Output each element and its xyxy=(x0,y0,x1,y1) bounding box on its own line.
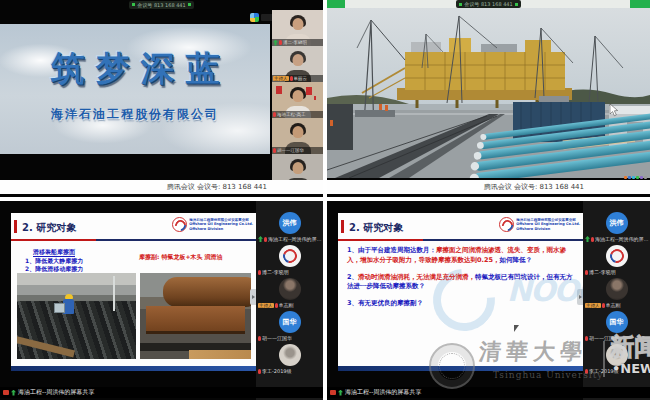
participant-row[interactable]: 国华 胡——江国华 xyxy=(256,310,323,343)
participant-name-label: 海油工程-高工 xyxy=(272,111,323,118)
video-subtitle-company: 海洋石油工程股份有限公司 xyxy=(0,106,270,123)
mouse-cursor xyxy=(514,325,519,332)
screen-share-icon xyxy=(11,390,16,396)
meeting-id-text: 会议号 813 168 441 xyxy=(137,2,185,8)
participant-panel: 洪伟 海油工程--周洪伟的屏… 博二-李晓明 主持人 xyxy=(256,201,323,400)
company-logo-icon xyxy=(172,217,187,232)
participant-name-label: 胡——江国华 xyxy=(585,334,649,342)
mic-muted-icon xyxy=(264,237,267,242)
mic-muted-icon xyxy=(258,270,261,275)
avatar: 洪伟 xyxy=(279,212,301,234)
title-accent-bar xyxy=(14,220,17,233)
host-badge: 主持人 xyxy=(258,303,274,308)
mic-muted-icon xyxy=(585,369,588,374)
participant-name-label: 主持人 单志刚 xyxy=(258,301,322,309)
avatar: 国华 xyxy=(279,311,301,333)
shared-slide: 2. 研究对象 海洋石油工程股份有限公司安装事业部 Offshore Oil E… xyxy=(11,213,256,371)
screen-share-icon xyxy=(258,236,263,242)
meeting-id-footer: 腾讯会议 会议号: 813 168 441 xyxy=(484,182,584,192)
meeting-bottom-bar: 腾讯会议 会议号: 813 168 441 xyxy=(0,180,323,194)
avatar xyxy=(279,344,301,366)
company-logo-block: 海洋石油工程股份有限公司安装事业部 Offshore Oil Engineeri… xyxy=(499,217,580,232)
avatar xyxy=(606,278,628,300)
slide-photos xyxy=(17,273,251,359)
worker-figure xyxy=(60,294,76,318)
bullet-item: 1、降低最大静摩擦力 xyxy=(25,257,83,265)
meeting-topbar: 会议号 813 168 441 xyxy=(327,0,650,8)
meeting-bottom-bar: 腾讯会议 会议号: 813 168 441 xyxy=(327,180,650,194)
participant-row[interactable]: 洪伟 海油工程--周洪伟的屏… xyxy=(256,211,323,244)
meeting-window-top-right: 会议号 813 168 441 xyxy=(327,0,650,197)
company-logo-block: 海洋石油工程股份有限公司安装事业部 Offshore Oil Engineeri… xyxy=(172,217,253,232)
participant-video[interactable]: 主持人 单丽云 xyxy=(272,46,323,82)
host-badge: 主持人 xyxy=(273,76,289,81)
header-divider xyxy=(11,239,256,241)
screen-share-icon xyxy=(585,236,590,242)
participant-name-label: 博二-李晓明 xyxy=(585,268,649,276)
shared-video-frame: 筑梦深蓝 海洋石油工程股份有限公司 xyxy=(0,24,270,154)
meeting-window-bottom-right: 2. 研究对象 海洋石油工程股份有限公司安装事业部 Offshore Oil E… xyxy=(327,201,650,400)
screen-share-icon xyxy=(338,390,343,396)
meeting-id-pill[interactable]: 会议号 813 168 441 xyxy=(456,0,520,8)
participant-row[interactable]: 主持人 单志刚 xyxy=(256,277,323,310)
slide-title: 2. 研究对象 xyxy=(349,221,403,235)
mic-muted-icon xyxy=(273,148,276,153)
participant-row[interactable]: 博二-李晓明 xyxy=(583,244,650,277)
slide-footer-bar xyxy=(338,366,583,371)
participant-panel: 洪伟 海油工程--周洪伟的屏… 博二-李晓明 主持人 xyxy=(583,201,650,400)
host-badge: 主持人 xyxy=(585,303,601,308)
participant-row[interactable]: 国华 胡——江国华 xyxy=(583,310,650,343)
screen-share-text: 海油工程--周洪伟的屏幕共享 xyxy=(18,388,94,397)
screenshot-collage: 会议号 813 168 441 筑梦深蓝 海洋石油工程股份有限公司 博二-李晓明 xyxy=(0,0,650,400)
mic-muted-icon xyxy=(279,40,282,45)
screen-icon xyxy=(330,390,336,395)
participant-row[interactable]: 李工-2019级 xyxy=(256,343,323,376)
slide-footer-bar xyxy=(11,366,256,371)
meeting-id-pill[interactable]: 会议号 813 168 441 xyxy=(129,1,193,9)
photo-skid-shoe xyxy=(140,273,251,359)
question-1: 1、由于平台建造周期达数月：摩擦面之间润滑油渗透、流失、变质，雨水渗入，增加水分… xyxy=(347,246,576,266)
flags-decoration xyxy=(276,86,282,94)
question-2: 2、滑动时润滑油消耗，无法满足充分润滑，特氟龙板已有凹坑设计，但有无方法进一步降… xyxy=(347,273,576,293)
participant-row[interactable]: 博二-李晓明 xyxy=(256,244,323,277)
mic-muted-icon xyxy=(585,336,588,341)
meeting-window-top-left: 会议号 813 168 441 筑梦深蓝 海洋石油工程股份有限公司 博二-李晓明 xyxy=(0,0,323,197)
green-dot-icon xyxy=(188,3,191,6)
mic-muted-icon xyxy=(273,112,276,117)
participant-video[interactable]: 海油工程-高工 xyxy=(272,82,323,118)
slide-bullets: 滑移装船摩擦面 1、降低最大静摩擦力 2、降低滑移动摩擦力 xyxy=(25,245,83,273)
mic-muted-icon xyxy=(275,303,278,308)
participant-video-strip: 博二-李晓明 主持人 单丽云 海油工程-高工 xyxy=(272,10,323,190)
recording-indicator-bar xyxy=(327,0,345,8)
friction-pair-note: 摩擦副: 特氟龙板+木头 润滑油 xyxy=(139,253,223,262)
screen-icon xyxy=(3,390,9,395)
participant-name-label: 李工-2019级 xyxy=(258,367,322,375)
company-logo-icon xyxy=(499,217,514,232)
photo-worker-on-skid-track xyxy=(17,273,136,359)
meeting-id-footer: 腾讯会议 会议号: 813 168 441 xyxy=(167,182,267,192)
participant-video[interactable]: 博二-李晓明 xyxy=(272,10,323,46)
slide-questions: 1、由于平台建造周期达数月：摩擦面之间润滑油渗透、流失、变质，雨水渗入，增加水分… xyxy=(347,246,576,316)
avatar xyxy=(279,278,301,300)
mic-muted-icon xyxy=(258,369,261,374)
participant-row[interactable]: 李工-2019级 xyxy=(583,343,650,376)
tencent-meeting-logo-icon xyxy=(250,13,259,22)
participant-video[interactable]: 胡——江国华 xyxy=(272,118,323,154)
slide-title: 2. 研究对象 xyxy=(22,221,76,235)
avatar: 国华 xyxy=(606,311,628,333)
taskbar-tray-icons[interactable] xyxy=(624,176,647,179)
shipyard-photo xyxy=(327,8,650,178)
participant-name-label: 博二-李晓明 xyxy=(272,39,323,46)
screen-share-status-bar: 海油工程--周洪伟的屏幕共享 xyxy=(0,387,323,398)
question-3: 3、有无更优良的摩擦副？ xyxy=(347,299,576,309)
bullet-item: 2、降低滑移动摩擦力 xyxy=(25,265,83,273)
meeting-id-text: 会议号 813 168 441 xyxy=(464,1,512,7)
participant-name-label: 李工-2019级 xyxy=(585,367,649,375)
participant-row[interactable]: 洪伟 海油工程--周洪伟的屏… xyxy=(583,211,650,244)
participant-row[interactable]: 主持人 单志刚 xyxy=(583,277,650,310)
screen-share-icon xyxy=(273,40,278,46)
green-dot-icon xyxy=(459,3,462,6)
company-division-en: Offshore Division xyxy=(516,227,580,232)
company-division-en: Offshore Division xyxy=(189,227,253,232)
bullet-heading: 滑移装船摩擦面 xyxy=(33,248,75,257)
